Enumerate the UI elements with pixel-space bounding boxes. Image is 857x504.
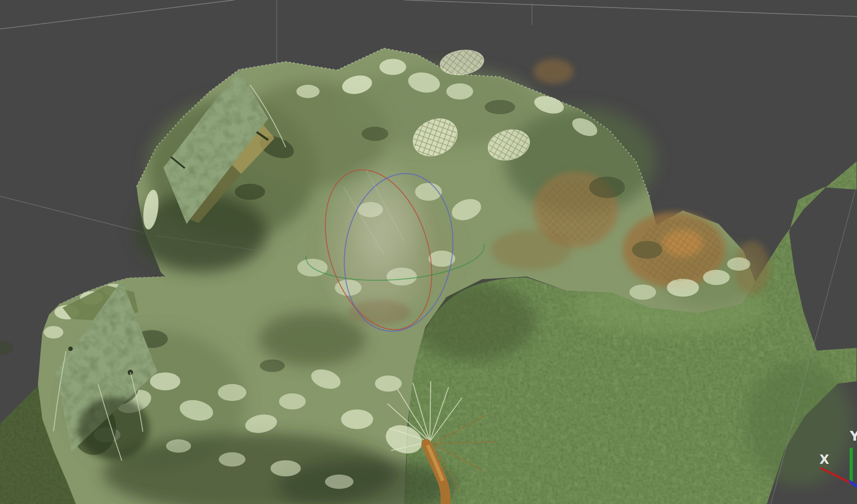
trackball-haze-core [344, 169, 428, 277]
ground-far-shade [745, 361, 853, 486]
axis-y-label: Y [849, 428, 857, 444]
mesh-canvas[interactable]: X Y [0, 0, 857, 504]
plate-b-hole [68, 347, 73, 351]
axis-x-label: X [820, 452, 829, 467]
viewport-3d[interactable]: X Y [0, 0, 857, 504]
